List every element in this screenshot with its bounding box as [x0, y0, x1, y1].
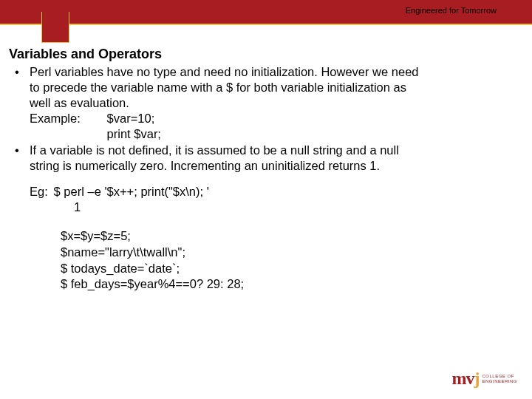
bullet-item-2: • If a variable is not defined, it is as… [9, 143, 523, 174]
code-line: $name="larry\t\twall\n"; [61, 245, 523, 261]
bullet-body: Perl variables have no type and need no … [30, 64, 523, 143]
logo-j: j [474, 369, 479, 388]
text-line: If a variable is not defined, it is assu… [30, 143, 399, 157]
bullet-marker: • [9, 64, 30, 143]
header-bar: Engineered for Tomorrow [0, 0, 532, 25]
logo-sub-line: ENGINEERING [482, 379, 517, 383]
example-block: Eg: $ perl –e '$x++; print("$x\n); ' 1 [9, 184, 523, 215]
eg-label: Eg: [30, 184, 50, 200]
tagline: Engineered for Tomorrow [406, 6, 497, 15]
bullet-item-1: • Perl variables have no type and need n… [9, 64, 523, 143]
logo-v: v [466, 369, 474, 388]
header-tab-decoration [41, 12, 69, 43]
example-code: print $var; [107, 127, 161, 140]
slide-content: Variables and Operators • Perl variables… [0, 25, 532, 293]
footer-logo: mvj COLLEGE OF ENGINEERING [451, 369, 517, 389]
text-line: string is numerically zero. Incrementing… [30, 159, 380, 172]
logo-m: m [451, 369, 466, 388]
slide-title: Variables and Operators [9, 46, 523, 63]
eg-code-line: $ perl –e '$x++; print("$x\n); ' [54, 185, 209, 198]
bullet-marker: • [9, 143, 30, 174]
code-line: $x=$y=$z=5; [61, 228, 523, 245]
code-line: $ feb_days=$year%4==0? 29: 28; [61, 276, 523, 293]
logo-sub-line: COLLEGE OF [482, 374, 514, 378]
text-line: to precede the variable name with a $ fo… [30, 81, 406, 94]
example-code: $var=10; [107, 112, 155, 125]
code-line: $ todays_date=`date`; [61, 261, 523, 277]
eg-output: 1 [30, 200, 523, 215]
spacer [30, 126, 103, 142]
bullet-body: If a variable is not defined, it is assu… [30, 143, 523, 174]
text-line: Perl variables have no type and need no … [30, 65, 419, 78]
code-block: $x=$y=$z=5; $name="larry\t\twall\n"; $ t… [9, 228, 523, 293]
logo-subtext: COLLEGE OF ENGINEERING [482, 374, 517, 383]
text-line: well as evaluation. [30, 96, 129, 109]
logo-text-mvj: mvj [451, 369, 479, 389]
example-label: Example: [30, 111, 103, 126]
